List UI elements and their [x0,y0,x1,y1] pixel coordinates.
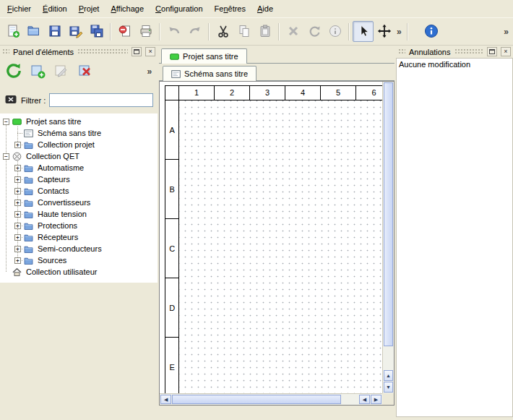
float-panel-button[interactable] [487,47,497,56]
schema-tab-label: Schéma sans titre [184,69,248,78]
element-info-button[interactable] [324,21,345,42]
tree-item-collection-projet[interactable]: + Collection projet [0,139,158,150]
tree-item-schema[interactable]: Schéma sans titre [0,127,158,139]
menu-aide[interactable]: Aide [251,1,279,16]
new-element-button[interactable] [27,61,48,82]
print-button[interactable] [135,21,156,42]
scroll-left-button-2[interactable]: ◀ [359,395,370,404]
scroll-right-button[interactable]: ▶ [371,395,381,404]
vertical-scrollbar[interactable]: ▲ ▼ [382,82,394,393]
horizontal-scrollbar[interactable]: ◀ ◀ ▶ [160,393,382,405]
clear-filter-button[interactable] [4,93,17,107]
collapse-icon[interactable]: − [3,119,9,125]
tree-item-sources[interactable]: + Sources [0,254,158,266]
tree-item-contacts[interactable]: + Contacts [0,185,158,197]
save-all-button[interactable] [86,21,107,42]
close-file-icon [118,24,132,40]
dock-grip[interactable] [454,48,484,55]
column-header: 1 [179,86,215,100]
tree-item-haute-tension[interactable]: + Haute tension [0,208,158,220]
horizontal-scroll-thumb[interactable] [172,395,341,404]
scroll-left-button[interactable]: ◀ [160,395,171,404]
dock-grip[interactable] [77,48,128,55]
panel-overflow-chevron[interactable]: » [145,67,154,77]
rotate-button[interactable] [303,21,324,42]
expand-icon[interactable]: + [14,246,21,252]
collapse-icon[interactable]: − [3,153,9,160]
filter-input[interactable] [49,93,153,107]
paste-button[interactable] [254,21,275,42]
copy-button[interactable] [233,21,254,42]
menu-affichage[interactable]: Affichage [105,1,150,16]
column-header: 3 [250,86,285,100]
folder-icon [24,256,33,265]
vertical-scroll-thumb[interactable] [384,82,393,346]
about-info-icon [424,24,439,40]
close-panel-button[interactable]: × [145,47,155,56]
about-button[interactable] [421,21,442,42]
tree-item-collection-utilisateur[interactable]: Collection utilisateur [0,266,158,278]
expand-icon[interactable]: + [14,211,21,218]
tree-item-collection-qet[interactable]: − Collection QET [0,150,158,162]
undo-button[interactable] [163,21,184,42]
new-element-icon [30,63,46,80]
expand-icon[interactable]: + [14,165,21,171]
dotted-grid[interactable] [179,100,382,393]
expand-icon[interactable]: + [14,223,21,229]
expand-icon[interactable]: + [14,142,21,148]
toolbar-overflow-chevron[interactable]: » [395,27,404,37]
edit-element-button[interactable] [51,61,72,82]
pan-mode-button[interactable] [374,21,395,42]
close-file-button[interactable] [114,21,135,42]
tree-item-convertisseurs[interactable]: + Convertisseurs [0,197,158,208]
open-file-button[interactable] [23,21,44,42]
expand-icon[interactable]: + [14,176,21,183]
schema-canvas[interactable]: 1 2 3 4 5 6 A B C D [160,82,382,393]
dock-grip[interactable] [2,48,9,55]
toolbar-overflow-chevron-2[interactable]: » [501,27,511,37]
menu-fenetres[interactable]: Fenêtres [209,1,251,16]
float-panel-button[interactable] [132,47,142,56]
reload-collections-button[interactable] [4,61,24,82]
delete-button[interactable] [283,21,303,42]
dock-grip[interactable] [398,48,405,55]
save-button[interactable] [44,21,65,42]
arrow-down-icon: ▼ [386,385,391,390]
tree-item-semi-conducteurs[interactable]: + Semi-conducteurs [0,243,158,254]
scroll-up-button[interactable]: ▲ [384,370,393,381]
delete-icon [286,24,301,40]
row-header: B [165,160,178,219]
expand-icon[interactable]: + [14,200,21,206]
tree-item-project[interactable]: − Projet sans titre [0,116,158,127]
tree-item-capteurs[interactable]: + Capteurs [0,173,158,185]
tab-schema[interactable]: Schéma sans titre [163,66,256,81]
expand-icon[interactable]: + [14,234,21,241]
new-file-button[interactable] [2,21,23,42]
undo-empty-text: Aucune modification [399,60,470,69]
expand-icon[interactable]: + [14,257,21,264]
tab-project[interactable]: Projet sans titre [161,48,246,64]
delete-element-button[interactable] [75,61,95,82]
row-header: A [165,100,178,160]
scroll-down-button[interactable]: ▼ [384,382,393,393]
tree-item-recepteurs[interactable]: + Récepteurs [0,231,158,243]
menu-fichier[interactable]: Fichier [1,1,37,16]
tree-item-automatisme[interactable]: + Automatisme [0,162,158,173]
menu-configuration[interactable]: Configuration [150,1,208,16]
cut-button[interactable] [212,21,233,42]
move-arrows-icon [377,24,392,40]
close-panel-button[interactable]: × [501,47,511,56]
expand-icon[interactable]: + [14,188,21,194]
select-mode-button[interactable] [353,21,374,42]
copy-icon [237,24,251,40]
menu-projet[interactable]: Projet [73,1,105,16]
elements-panel-titlebar[interactable]: Panel d'éléments × [0,46,158,58]
menu-edition[interactable]: Édition [37,1,73,16]
delete-element-icon [77,63,93,80]
redo-button[interactable] [184,21,205,42]
undo-history-list[interactable]: Aucune modification [396,58,513,417]
undo-panel-titlebar[interactable]: Annulations × [396,46,513,58]
tree-item-protections[interactable]: + Protections [0,220,158,231]
arrow-left-icon: ◀ [164,397,168,402]
save-as-button[interactable] [65,21,86,42]
